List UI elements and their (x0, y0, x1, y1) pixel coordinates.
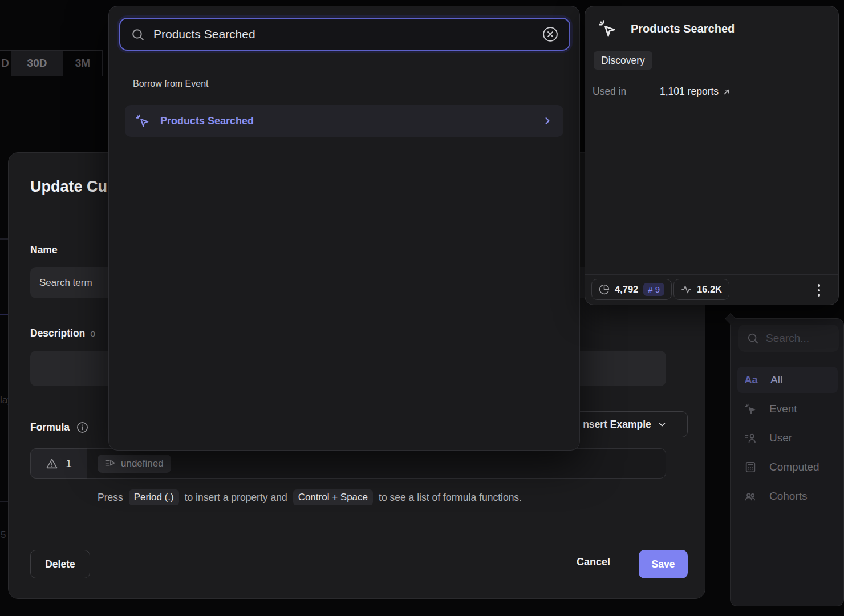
event-count-pill[interactable]: 4,792 # 9 (591, 279, 672, 300)
formula-input[interactable]: undefined (87, 448, 666, 479)
description-label: Description o (30, 327, 95, 339)
description-optional-fragment: o (90, 329, 95, 339)
search-icon (131, 27, 145, 42)
cursor-click-icon (744, 403, 757, 415)
hint-text: to see a list of formula functions. (379, 492, 522, 504)
panel-search[interactable] (738, 325, 839, 352)
warning-icon (46, 457, 58, 470)
formula-property-label: undefined (121, 458, 164, 469)
panel-item-label: Computed (769, 461, 819, 473)
property-type-panel: Aa All Event User (730, 318, 844, 606)
more-options-button[interactable] (811, 282, 827, 298)
clear-search-button[interactable] (542, 26, 559, 43)
card-title: Products Searched (631, 22, 735, 35)
card-footer-divider (585, 274, 838, 275)
formula-label-text: Formula (30, 422, 70, 433)
axis-label-fragment: 5 (1, 529, 6, 541)
formula-label: Formula (30, 421, 89, 434)
chevron-down-icon (657, 419, 667, 429)
insert-example-button[interactable]: nsert Example (562, 411, 688, 437)
kbd-control-space: Control + Space (293, 489, 373, 505)
search-icon (746, 332, 759, 345)
info-icon[interactable] (76, 421, 89, 434)
property-search-modal: Borrow from Event Products Searched (108, 6, 580, 451)
panel-item-label: Cohorts (769, 490, 808, 502)
event-detail-card: Products Searched Discovery Used in 1,10… (585, 6, 839, 305)
app-screen: D 30D 3M lay 5 Update Cu Name Descriptio… (0, 0, 844, 616)
cursor-click-icon (135, 114, 150, 128)
panel-caret (725, 313, 736, 325)
name-label: Name (30, 244, 58, 256)
search-input[interactable] (153, 27, 533, 41)
panel-item-label: Event (769, 403, 797, 415)
rank-badge: # 9 (643, 283, 664, 296)
event-count: 4,792 (615, 284, 638, 295)
pie-chart-icon (599, 284, 610, 295)
panel-item-label: User (769, 432, 792, 444)
used-in-reports-link[interactable]: 1,101 reports (660, 86, 731, 98)
kbd-period: Period (.) (129, 489, 179, 505)
cursor-click-icon (598, 19, 617, 38)
event-result-label: Products Searched (160, 115, 531, 127)
event-result-row[interactable]: Products Searched (125, 105, 563, 137)
formula-editor-row: 1 undefined (30, 448, 666, 479)
calculator-icon (744, 461, 757, 473)
volume-count: 16.2K (697, 284, 722, 295)
used-in-label: Used in (593, 86, 626, 98)
cancel-button[interactable]: Cancel (577, 556, 610, 568)
used-in-value: 1,101 reports (660, 86, 719, 98)
user-icon (744, 432, 757, 444)
panel-item-user[interactable]: User (737, 425, 838, 451)
panel-search-input[interactable] (766, 332, 831, 345)
formula-gutter: 1 (30, 448, 87, 479)
cohorts-icon (744, 490, 757, 502)
volume-pill[interactable]: 16.2K (673, 279, 729, 300)
chevron-right-icon (542, 115, 553, 127)
delete-button[interactable]: Delete (30, 550, 90, 578)
event-property-icon (105, 458, 116, 469)
search-field[interactable] (119, 18, 570, 51)
insert-example-label: nsert Example (583, 419, 651, 431)
hint-text: to insert a property and (185, 492, 287, 504)
time-range-3m[interactable]: 3M (63, 50, 103, 76)
time-range-30d[interactable]: 30D (11, 50, 63, 76)
panel-item-all[interactable]: Aa All (737, 367, 838, 393)
external-link-icon (722, 87, 731, 96)
time-range-7d[interactable]: D (0, 50, 11, 76)
formula-line-number: 1 (66, 457, 72, 470)
save-button[interactable]: Save (639, 550, 688, 578)
description-label-text: Description (30, 327, 85, 339)
time-range-selector: D 30D 3M (0, 50, 103, 76)
modal-title: Update Cu (30, 178, 107, 196)
hint-text: Press (98, 492, 123, 504)
category-badge: Discovery (594, 51, 652, 70)
formula-hint: Press Period (.) to insert a property an… (98, 489, 522, 505)
panel-item-event[interactable]: Event (737, 396, 838, 422)
formula-property-chip[interactable]: undefined (98, 455, 171, 473)
card-header: Products Searched (598, 19, 735, 38)
activity-icon (681, 284, 692, 295)
panel-item-computed[interactable]: Computed (737, 454, 838, 480)
section-label: Borrow from Event (133, 79, 208, 89)
panel-item-label: All (770, 374, 782, 386)
panel-item-cohorts[interactable]: Cohorts (737, 483, 838, 509)
text-type-icon: Aa (744, 374, 758, 386)
